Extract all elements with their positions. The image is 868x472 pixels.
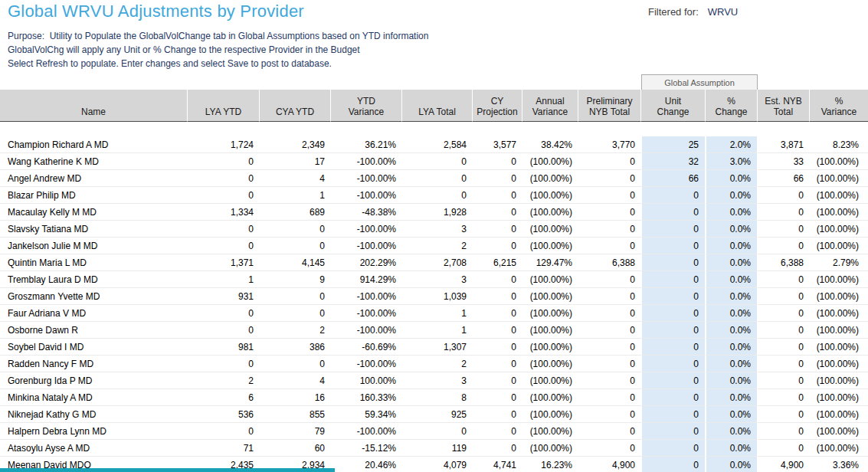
value-cell: 2: [402, 356, 473, 372]
value-cell: 0: [758, 372, 810, 389]
value-cell: 689: [260, 204, 331, 221]
value-cell: 1: [260, 187, 331, 204]
value-cell: 38.42%: [522, 136, 578, 153]
unit-change-cell[interactable]: 0: [641, 238, 706, 254]
unit-change-cell[interactable]: 0: [641, 204, 706, 221]
value-cell: 33: [758, 153, 810, 170]
value-cell: (100.00%): [522, 372, 578, 389]
provider-name-cell: Radden Nancy F MD: [0, 356, 188, 372]
table-row: Atasoylu Ayse A MD7160-15.12%1190(100.00…: [0, 440, 868, 457]
unit-change-cell[interactable]: 0: [641, 271, 706, 288]
value-cell: 0: [473, 440, 522, 457]
unit-change-cell[interactable]: 0: [641, 288, 706, 305]
table-row: Angel Andrew MD04-100.00%00(100.00%)0660…: [0, 170, 868, 187]
pct-change-cell[interactable]: 0.0%: [706, 372, 758, 389]
value-cell: (100.00%): [522, 423, 578, 440]
pct-change-cell[interactable]: 0.0%: [706, 238, 758, 254]
value-cell: 0: [188, 238, 260, 254]
group-header-spacer: [758, 74, 868, 90]
pct-change-cell[interactable]: 0.0%: [706, 170, 758, 187]
unit-change-cell[interactable]: 0: [641, 423, 706, 440]
value-cell: 16.23%: [522, 457, 578, 472]
value-cell: -100.00%: [331, 153, 402, 170]
value-cell: (100.00%): [522, 406, 578, 423]
header-line: Variance: [522, 107, 578, 117]
unit-change-cell[interactable]: 0: [641, 187, 706, 204]
unit-change-cell[interactable]: 0: [641, 221, 706, 238]
value-cell: (100.00%): [810, 153, 868, 170]
header-line: Projection: [473, 107, 522, 117]
pct-change-cell[interactable]: 0.0%: [706, 204, 758, 221]
value-cell: (100.00%): [810, 305, 868, 322]
unit-change-cell[interactable]: 0: [641, 356, 706, 372]
value-cell: 3.36%: [810, 457, 868, 472]
pct-change-cell[interactable]: 0.0%: [706, 271, 758, 288]
table-row: Slavsky Tatiana MD00-100.00%30(100.00%)0…: [0, 221, 868, 238]
pct-change-cell[interactable]: 3.0%: [706, 153, 758, 170]
table-row: Blazar Philip MD01-100.00%00(100.00%)000…: [0, 187, 868, 204]
pct-change-cell[interactable]: 2.0%: [706, 136, 758, 153]
pct-change-cell[interactable]: 0.0%: [706, 288, 758, 305]
value-cell: 4,900: [578, 457, 641, 472]
header-line: LYA YTD: [188, 107, 259, 117]
value-cell: (100.00%): [810, 339, 868, 356]
pct-change-cell[interactable]: 0.0%: [706, 356, 758, 372]
pct-change-cell[interactable]: 0.0%: [706, 423, 758, 440]
pct-change-cell[interactable]: 0.0%: [706, 322, 758, 339]
value-cell: 0: [758, 356, 810, 372]
provider-name-cell: Angel Andrew MD: [0, 170, 188, 187]
value-cell: 6,388: [578, 254, 641, 271]
column-header-cya-ytd: CYA YTD: [260, 90, 331, 122]
pct-change-cell[interactable]: 0.0%: [706, 221, 758, 238]
value-cell: 0: [758, 238, 810, 254]
pct-change-cell[interactable]: 0.0%: [706, 389, 758, 406]
value-cell: 0: [260, 356, 331, 372]
column-header-cy-projection: CY Projection: [473, 90, 522, 122]
value-cell: 8.23%: [810, 136, 868, 153]
value-cell: 0: [578, 356, 641, 372]
pct-change-cell[interactable]: 0.0%: [706, 406, 758, 423]
value-cell: 0: [578, 238, 641, 254]
pct-change-cell[interactable]: 0.0%: [706, 254, 758, 271]
value-cell: 0: [473, 204, 522, 221]
unit-change-cell[interactable]: 0: [641, 406, 706, 423]
value-cell: 0: [260, 288, 331, 305]
unit-change-cell[interactable]: 66: [641, 170, 706, 187]
table-row: Gorenburg Ida P MD24100.00%30(100.00%)00…: [0, 372, 868, 389]
filtered-for-label: Filtered for:: [648, 6, 699, 18]
value-cell: (100.00%): [810, 356, 868, 372]
value-cell: 0: [758, 305, 810, 322]
unit-change-cell[interactable]: 32: [641, 153, 706, 170]
unit-change-cell[interactable]: 0: [641, 389, 706, 406]
value-cell: -100.00%: [331, 187, 402, 204]
value-cell: 6,388: [758, 254, 810, 271]
value-cell: 3: [402, 221, 473, 238]
value-cell: 0: [578, 221, 641, 238]
value-cell: 20.46%: [331, 457, 402, 472]
unit-change-cell[interactable]: 0: [641, 372, 706, 389]
unit-change-cell[interactable]: 25: [641, 136, 706, 153]
value-cell: 4,145: [260, 254, 331, 271]
value-cell: 0: [758, 221, 810, 238]
value-cell: 914.29%: [331, 271, 402, 288]
unit-change-cell[interactable]: 0: [641, 322, 706, 339]
value-cell: 0: [578, 288, 641, 305]
value-cell: (100.00%): [810, 322, 868, 339]
unit-change-cell[interactable]: 0: [641, 457, 706, 472]
pct-change-cell[interactable]: 0.0%: [706, 187, 758, 204]
value-cell: 3,871: [758, 136, 810, 153]
unit-change-cell[interactable]: 0: [641, 339, 706, 356]
pct-change-cell[interactable]: 0.0%: [706, 457, 758, 472]
provider-name-cell: Tremblay Laura D MD: [0, 271, 188, 288]
unit-change-cell[interactable]: 0: [641, 440, 706, 457]
value-cell: (100.00%): [522, 170, 578, 187]
unit-change-cell[interactable]: 0: [641, 254, 706, 271]
unit-change-cell[interactable]: 0: [641, 305, 706, 322]
value-cell: 1,039: [402, 288, 473, 305]
pct-change-cell[interactable]: 0.0%: [706, 339, 758, 356]
pct-change-cell[interactable]: 0.0%: [706, 440, 758, 457]
value-cell: 0: [578, 389, 641, 406]
value-cell: 0: [402, 423, 473, 440]
pct-change-cell[interactable]: 0.0%: [706, 305, 758, 322]
report-page: Global WRVU Adjustments by Provider Filt…: [0, 0, 868, 472]
